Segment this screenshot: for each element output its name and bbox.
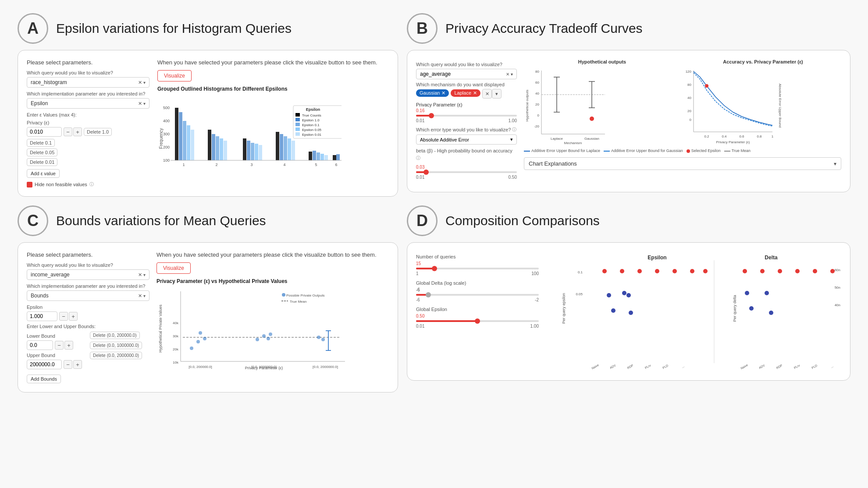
epsilon-input-c[interactable] bbox=[27, 311, 57, 321]
svg-point-106 bbox=[269, 332, 272, 336]
panel-c-left-label: Please select parameters. bbox=[27, 251, 149, 258]
query-select-b[interactable]: age_average ✕ ▾ bbox=[416, 69, 517, 79]
svg-text:True Counts: True Counts bbox=[302, 113, 321, 117]
param-select-c[interactable]: Bounds ✕ ▾ bbox=[27, 290, 149, 301]
svg-text:4: 4 bbox=[283, 163, 285, 167]
query-label-c: Which query would you like to visualize? bbox=[27, 262, 149, 268]
histogram-a: Frequency bbox=[157, 95, 389, 184]
section-b: B Privacy Accuracy Tradeoff Curves Which… bbox=[407, 13, 850, 197]
svg-point-85 bbox=[705, 84, 708, 88]
lower-input-c[interactable] bbox=[27, 340, 53, 350]
lower-minus-c[interactable]: − bbox=[55, 341, 64, 350]
section-a: A Epsilon variations for Histogram Queri… bbox=[18, 13, 398, 197]
upper-input-c[interactable] bbox=[27, 360, 62, 369]
panel-c: Please select parameters. Which query wo… bbox=[18, 242, 398, 393]
lower-plus-c[interactable]: + bbox=[64, 341, 73, 350]
error-select-b[interactable]: Absolute Additive Error ▾ bbox=[416, 134, 517, 145]
chart-explanations-dropdown[interactable]: Chart Explanations ▾ bbox=[524, 157, 841, 170]
tag-laplace[interactable]: Laplace ✕ bbox=[451, 89, 480, 97]
tag-gaussian[interactable]: Gaussian ✕ bbox=[416, 89, 449, 97]
query-icons-c: ✕ ▾ bbox=[138, 272, 146, 278]
svg-rect-48 bbox=[295, 127, 300, 131]
info-icon-a: ⓘ bbox=[89, 181, 94, 187]
privacy-minus-a[interactable]: − bbox=[64, 127, 72, 136]
svg-rect-8 bbox=[216, 136, 219, 160]
mech-add-btn[interactable]: ✕ bbox=[482, 89, 492, 99]
svg-text:5: 5 bbox=[315, 163, 317, 167]
delete-005-btn[interactable]: Delete 0.05 bbox=[27, 149, 57, 156]
delete-bounds-2-btn[interactable]: Delete (0.0, 1000000.0) bbox=[90, 342, 142, 349]
visualize-btn-a[interactable]: Visualize bbox=[157, 70, 192, 81]
svg-rect-50 bbox=[295, 132, 300, 136]
beta-slider-b[interactable] bbox=[416, 171, 517, 173]
epsilon-plus-c[interactable]: + bbox=[69, 312, 78, 321]
delta-slider-d[interactable] bbox=[416, 294, 539, 296]
svg-text:80: 80 bbox=[687, 83, 691, 87]
mech-dropdown-btn[interactable]: ▾ bbox=[492, 89, 502, 99]
svg-rect-12 bbox=[247, 141, 250, 160]
param-select-a[interactable]: Epsilon ✕ ▾ bbox=[27, 98, 149, 109]
svg-text:[0.0, 1000000.0]: [0.0, 1000000.0] bbox=[251, 365, 277, 369]
epsilon-slider-d[interactable] bbox=[416, 320, 539, 322]
delete-01-btn[interactable]: Delete 0.1 bbox=[27, 139, 55, 147]
section-d-title: Composition Comparisons bbox=[445, 213, 600, 228]
svg-rect-2 bbox=[179, 112, 182, 160]
delete-001-btn[interactable]: Delete 0.01 bbox=[27, 158, 57, 166]
svg-text:2: 2 bbox=[215, 163, 217, 167]
query-select-a[interactable]: race_histogram ✕ ▾ bbox=[27, 77, 149, 88]
delta-min-d: -6 bbox=[416, 297, 420, 302]
delete-10-btn[interactable]: Delete 1.0 bbox=[84, 128, 112, 136]
svg-text:3: 3 bbox=[250, 163, 253, 167]
upper-plus-c[interactable]: + bbox=[73, 360, 82, 369]
privacy-input-a[interactable] bbox=[27, 127, 62, 137]
svg-text:Epsilon 0.1: Epsilon 0.1 bbox=[302, 123, 320, 127]
svg-text:Mechanism: Mechanism bbox=[564, 141, 582, 145]
epsilon-label-a: Enter ε Values (max 4): bbox=[27, 112, 149, 117]
tag-gaussian-close[interactable]: ✕ bbox=[441, 90, 445, 96]
add-epsilon-btn[interactable]: Add ε value bbox=[27, 169, 60, 178]
svg-point-127 bbox=[620, 269, 624, 273]
upper-minus-c[interactable]: − bbox=[64, 360, 72, 369]
svg-point-131 bbox=[690, 269, 694, 273]
section-a-header: A Epsilon variations for Histogram Queri… bbox=[18, 13, 398, 44]
svg-text:0.6: 0.6 bbox=[739, 134, 744, 138]
svg-point-132 bbox=[703, 269, 708, 273]
svg-rect-9 bbox=[220, 138, 223, 160]
composition-chart-d: Epsilon Delta 0.1 0.05 Per query epsilon… bbox=[543, 251, 841, 371]
delta-max-d: -2 bbox=[535, 297, 539, 302]
svg-text:...: ... bbox=[681, 364, 685, 368]
privacy-plus-a[interactable]: + bbox=[73, 127, 82, 136]
svg-point-100 bbox=[196, 340, 200, 343]
tag-laplace-close[interactable]: ✕ bbox=[473, 90, 477, 96]
svg-text:RDP: RDP bbox=[627, 364, 634, 370]
svg-text:Laplace: Laplace bbox=[551, 137, 563, 141]
svg-text:40k: 40k bbox=[173, 321, 179, 325]
panel-b: Which query would you like to visualize?… bbox=[407, 50, 850, 192]
chart-explanations-caret: ▾ bbox=[834, 161, 836, 167]
section-b-header: B Privacy Accuracy Tradeoff Curves bbox=[407, 13, 850, 44]
beta-label-b: beta (β) - High probability bound on acc… bbox=[416, 148, 517, 153]
section-a-title: Epsilon variations for Histogram Queries bbox=[56, 21, 292, 36]
circle-a: A bbox=[18, 13, 48, 44]
svg-text:0: 0 bbox=[690, 118, 692, 122]
param-icons-a: ✕ ▾ bbox=[138, 100, 146, 106]
svg-text:0.4: 0.4 bbox=[722, 134, 727, 138]
epsilon-minus-c[interactable]: − bbox=[59, 312, 68, 321]
svg-rect-7 bbox=[212, 134, 215, 160]
svg-rect-3 bbox=[183, 121, 186, 160]
privacy-slider-b[interactable] bbox=[416, 115, 517, 117]
delete-bounds-3-btn[interactable]: Delete (0.0, 2000000.0) bbox=[90, 352, 142, 359]
upper-label-c: Upper Bound bbox=[27, 353, 86, 358]
add-bounds-btn[interactable]: Add Bounds bbox=[27, 375, 61, 383]
checkbox-a[interactable] bbox=[27, 182, 32, 187]
svg-text:40n: 40n bbox=[835, 303, 840, 307]
svg-point-143 bbox=[830, 269, 835, 273]
svg-text:400: 400 bbox=[163, 119, 170, 123]
svg-rect-14 bbox=[255, 144, 258, 160]
svg-text:20k: 20k bbox=[173, 347, 179, 351]
query-select-c[interactable]: income_average ✕ ▾ bbox=[27, 269, 149, 280]
svg-text:Epsilon: Epsilon bbox=[306, 107, 320, 112]
delete-bounds-1-btn[interactable]: Delete (0.0, 200000.0) bbox=[90, 332, 140, 339]
visualize-btn-c[interactable]: Visualize bbox=[157, 262, 191, 274]
queries-slider-d[interactable] bbox=[416, 268, 539, 269]
